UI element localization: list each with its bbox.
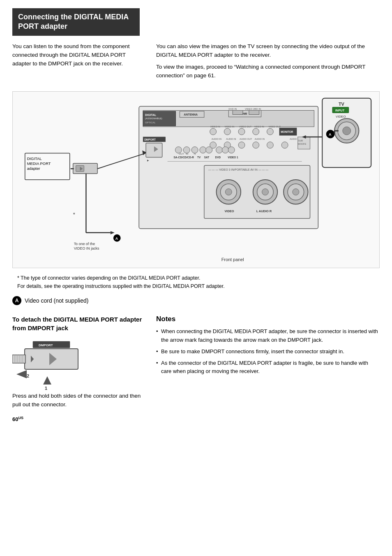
svg-point-19 — [210, 129, 217, 135]
svg-text:Front panel: Front panel — [221, 257, 244, 262]
svg-point-54 — [183, 147, 190, 153]
svg-text:TV: TV — [197, 156, 201, 159]
svg-point-20 — [224, 129, 231, 135]
svg-text:1: 1 — [45, 386, 47, 391]
diagram-svg: DIGITAL (ASSIGNABLE) OPTICAL ANTENNA HDM… — [13, 92, 379, 268]
page-number: 60US — [12, 416, 144, 422]
svg-text:VIDEO: VIDEO — [336, 115, 346, 119]
svg-text:To one of the: To one of the — [74, 242, 95, 246]
notes-section: Notes When connecting the DIGITAL MEDIA … — [156, 315, 380, 422]
footnote: * The type of connector varies depending… — [12, 274, 380, 290]
svg-text:ANTENNA: ANTENNA — [184, 114, 198, 116]
svg-marker-117 — [43, 376, 51, 385]
detach-para: Press and hold both sides of the connect… — [12, 392, 144, 409]
svg-rect-112 — [12, 355, 25, 363]
notes-list: When connecting the DIGITAL MEDIA PORT a… — [156, 327, 380, 375]
svg-point-57 — [206, 147, 212, 153]
svg-text:VIDEO OUT: VIDEO OUT — [268, 126, 281, 128]
svg-text:MONITOR: MONITOR — [281, 130, 293, 133]
svg-text:▶: ▶ — [147, 160, 149, 162]
detach-section: To detach the DIGITAL MEDIA PORT adapter… — [12, 315, 144, 422]
svg-text:VIDEO IN: VIDEO IN — [254, 126, 264, 128]
svg-point-56 — [200, 147, 206, 153]
svg-text:AUDIO IN: AUDIO IN — [255, 138, 265, 140]
svg-text:DIGITAL: DIGITAL — [27, 157, 42, 161]
svg-text:DVD IN: DVD IN — [228, 108, 237, 110]
svg-text:VIDEO 1: VIDEO 1 — [228, 156, 238, 159]
svg-point-55 — [191, 147, 198, 153]
svg-text:AUDIO OUT: AUDIO OUT — [240, 138, 252, 140]
section-header: Connecting the DIGITAL MEDIA PORT adapte… — [12, 8, 140, 36]
legend: A Video cord (not supplied) — [12, 296, 380, 305]
svg-text:VIDEO IN: VIDEO IN — [210, 126, 220, 128]
svg-text:AUDIO IN: AUDIO IN — [226, 138, 236, 140]
svg-rect-93 — [76, 166, 84, 172]
legend-circle-a: A — [12, 296, 21, 305]
svg-text:TV: TV — [339, 102, 345, 107]
svg-point-59 — [222, 147, 228, 153]
svg-text:WOOFE: WOOFE — [298, 143, 307, 145]
intro-right: You can also view the images on the TV s… — [156, 42, 380, 83]
svg-point-58 — [216, 147, 223, 153]
svg-text:INPUT: INPUT — [335, 109, 345, 113]
page-title: Connecting the DIGITAL MEDIA PORT adapte… — [18, 12, 134, 32]
svg-text:SUB: SUB — [298, 139, 303, 142]
detach-diagram: DMPORT 1 2 — [12, 337, 99, 391]
svg-rect-12 — [233, 111, 243, 115]
note-item-1: When connecting the DIGITAL MEDIA PORT a… — [156, 327, 380, 344]
svg-point-21 — [238, 129, 245, 135]
notes-heading: Notes — [156, 315, 380, 323]
svg-text:VIDEO IN jacks: VIDEO IN jacks — [74, 247, 99, 251]
svg-text:VIDEO OUT: VIDEO OUT — [239, 126, 252, 128]
main-diagram: DIGITAL (ASSIGNABLE) OPTICAL ANTENNA HDM… — [12, 91, 380, 268]
note-item-2: Be sure to make DMPORT connections firml… — [156, 348, 380, 356]
svg-text:OPTICAL: OPTICAL — [145, 122, 156, 124]
intro-right-text2: To view the images, proceed to “Watching… — [156, 63, 380, 80]
svg-text:DMPORT: DMPORT — [39, 343, 53, 347]
svg-text:AUDIO IN: AUDIO IN — [212, 138, 221, 140]
svg-text:VIDEO 2BD IN: VIDEO 2BD IN — [245, 108, 261, 110]
svg-point-38 — [238, 142, 245, 148]
svg-point-73 — [293, 189, 299, 195]
svg-text:SA-CD/CD/CD-R: SA-CD/CD/CD-R — [173, 156, 194, 159]
svg-point-67 — [225, 189, 232, 195]
svg-text:DVD: DVD — [215, 156, 221, 159]
svg-text:VIDEO IN: VIDEO IN — [224, 126, 234, 128]
svg-marker-119 — [16, 370, 27, 378]
svg-point-40 — [267, 142, 273, 148]
svg-text:DIGITAL: DIGITAL — [145, 114, 157, 117]
svg-text:2: 2 — [27, 373, 29, 378]
svg-point-70 — [262, 189, 269, 195]
intro-right-text1: You can also view the images on the TV s… — [156, 42, 380, 60]
svg-text:VIDEO: VIDEO — [224, 210, 234, 213]
svg-point-23 — [267, 129, 273, 135]
svg-point-83 — [343, 127, 351, 135]
svg-line-104 — [97, 153, 145, 169]
svg-rect-13 — [249, 111, 259, 115]
svg-point-60 — [228, 147, 235, 153]
svg-text:SAT: SAT — [204, 156, 209, 159]
svg-text:MEDIA PORT: MEDIA PORT — [27, 162, 51, 166]
svg-text:A: A — [115, 236, 118, 241]
svg-text:— — — VIDEO 3 IN/PORTABLE AV I: — — — VIDEO 3 IN/PORTABLE AV IN — — — — [208, 169, 269, 171]
svg-text:adapter: adapter — [27, 167, 40, 171]
footnote-line1: * The type of connector varies depending… — [17, 274, 380, 282]
svg-point-39 — [253, 142, 259, 148]
svg-text:DMPORT: DMPORT — [144, 138, 156, 141]
svg-marker-98 — [111, 231, 115, 234]
svg-text:*: * — [73, 212, 75, 218]
legend-text: Video cord (not supplied) — [25, 297, 88, 304]
svg-point-41 — [281, 142, 288, 148]
svg-text:L AUDIO  R: L AUDIO R — [256, 210, 272, 213]
svg-text:A: A — [329, 132, 332, 137]
svg-point-22 — [253, 129, 259, 135]
detach-heading: To detach the DIGITAL MEDIA PORT adapter… — [12, 315, 144, 332]
intro-left: You can listen to the sound from the com… — [12, 42, 144, 83]
svg-text:(ASSIGNABLE): (ASSIGNABLE) — [145, 118, 162, 120]
footnote-line2: For details, see the operating instructi… — [17, 282, 380, 290]
bottom-section: To detach the DIGITAL MEDIA PORT adapter… — [12, 315, 380, 422]
intro-section: You can listen to the sound from the com… — [12, 42, 380, 83]
svg-point-53 — [175, 147, 182, 153]
intro-left-text: You can listen to the sound from the com… — [12, 42, 144, 68]
note-item-3: As the connector of the DIGITAL MEDIA PO… — [156, 359, 380, 375]
